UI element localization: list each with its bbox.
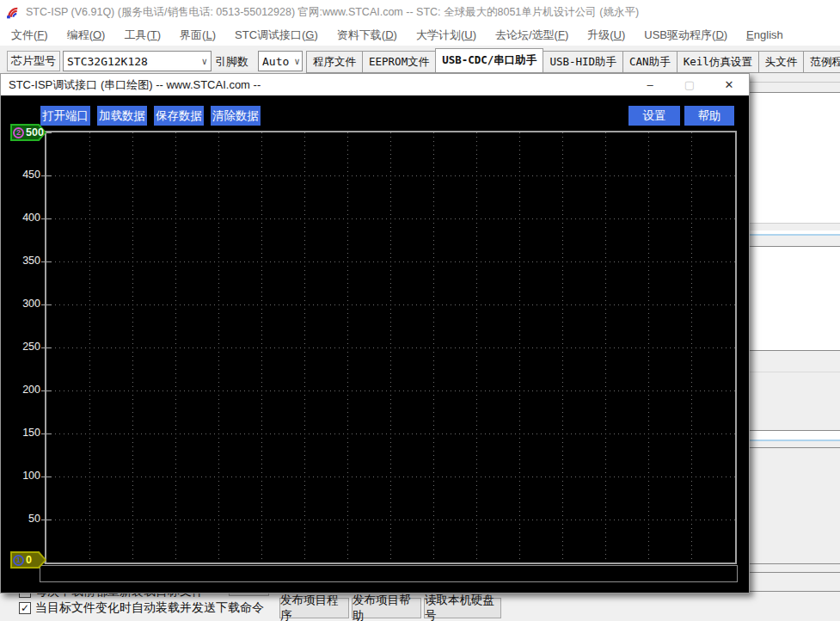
- gridline-vertical: [691, 132, 692, 563]
- gridline-vertical: [476, 132, 477, 563]
- gridline-vertical: [390, 132, 391, 563]
- minimize-icon[interactable]: –: [630, 74, 670, 95]
- toolbar-tab[interactable]: 头文件: [758, 51, 805, 72]
- menu-item[interactable]: USB驱动程序(D): [635, 25, 737, 46]
- y-tick-label: 350: [18, 255, 40, 267]
- autosend-checkbox[interactable]: ✓: [19, 602, 31, 614]
- clear-data-button[interactable]: 清除数据: [211, 106, 261, 126]
- main-tabstrip: 程序文件 EEPROM文件 USB-CDC/串口助手 USB-HID助手 CAN…: [306, 48, 840, 73]
- y-max-value: 500: [26, 126, 44, 138]
- y-tick-label: 450: [18, 169, 40, 181]
- chip-model-button[interactable]: 芯片型号: [7, 51, 60, 71]
- plot-client-area: 打开端口 加载数据 保存数据 清除数据 设置 帮助 50045040035030…: [1, 95, 749, 593]
- y-tick-label: 150: [18, 427, 40, 439]
- toolbar-tab[interactable]: EEPROM文件: [362, 51, 436, 72]
- y-tick-mark: [41, 218, 52, 219]
- y-tick-mark: [41, 175, 52, 176]
- y-tick-label: 300: [18, 298, 40, 310]
- chevron-down-icon: ∨: [289, 56, 300, 67]
- gridline-vertical: [304, 132, 305, 563]
- menu-item[interactable]: 工具(T): [114, 25, 170, 46]
- y-tick-mark: [41, 304, 52, 305]
- gridline-vertical: [519, 132, 520, 563]
- main-titlebar: STC-ISP (V6.91Q) (服务电话/销售电话: 0513-550129…: [0, 0, 840, 24]
- settings-button[interactable]: 设置: [628, 106, 680, 126]
- autosend-checkbox-label: 当目标文件变化时自动装载并发送下载命令: [35, 600, 264, 616]
- gridline-vertical: [562, 132, 563, 563]
- toolbar-tab[interactable]: 范例程序: [803, 51, 840, 72]
- toolbar-tab[interactable]: CAN助手: [622, 51, 678, 72]
- serial-plot-window: STC-ISP调试接口 (串口绘图) -- www.STCAI.com -- –…: [0, 73, 750, 593]
- channel-1-icon: 1: [13, 555, 24, 566]
- y-tick-mark: [41, 433, 52, 434]
- gridline-vertical: [605, 132, 606, 563]
- menu-item[interactable]: 去论坛/选型(F): [486, 25, 578, 46]
- chevron-down-icon: ∨: [196, 56, 207, 67]
- menu-item[interactable]: 资料下载(D): [328, 25, 407, 46]
- main-menubar: 文件(F) 编程(O) 工具(T) 界面(L) STC调试接口(G) 资料下载(…: [0, 24, 840, 46]
- maximize-icon[interactable]: ▢: [670, 74, 709, 95]
- read-disk-id-button[interactable]: 读取本机硬盘号: [424, 598, 501, 618]
- y-tick-label: 100: [18, 470, 40, 482]
- plot-window-controls: – ▢ ✕: [630, 74, 749, 95]
- y-tick-mark: [41, 520, 52, 520]
- gridline-vertical: [648, 132, 649, 563]
- pin-count-value: Auto: [262, 55, 289, 68]
- plot-area[interactable]: [45, 131, 737, 564]
- plot-titlebar[interactable]: STC-ISP调试接口 (串口绘图) -- www.STCAI.com -- –…: [1, 74, 749, 95]
- gridline-vertical: [218, 132, 219, 563]
- checkbox-row-autosend: ✓ 当目标文件变化时自动装载并发送下载命令: [19, 600, 264, 616]
- toolbar-tab[interactable]: USB-CDC/串口助手: [435, 48, 543, 72]
- x-axis-strip[interactable]: [40, 565, 738, 582]
- y-max-marker[interactable]: 2 500: [10, 124, 46, 141]
- app-logo-icon: [6, 5, 21, 20]
- y-tick-label: 250: [18, 341, 40, 353]
- close-icon[interactable]: ✕: [709, 74, 749, 95]
- plot-window-title: STC-ISP调试接口 (串口绘图) -- www.STCAI.com --: [1, 77, 261, 93]
- publish-project-help-button[interactable]: 发布项目帮助: [352, 598, 421, 618]
- y-min-value: 0: [26, 554, 32, 566]
- pin-count-label: 引脚数: [215, 54, 248, 70]
- gridline-vertical: [175, 132, 176, 563]
- y-tick-mark: [41, 477, 52, 477]
- save-data-button[interactable]: 保存数据: [154, 106, 204, 126]
- menu-item[interactable]: 编程(O): [58, 25, 115, 46]
- gridline-vertical: [347, 132, 348, 563]
- chip-model-value: STC32G12K128: [67, 55, 148, 68]
- pin-count-select[interactable]: Auto ∨: [258, 51, 303, 71]
- y-tick-label: 50: [18, 513, 40, 525]
- y-tick-mark: [41, 261, 52, 262]
- y-tick-mark: [41, 390, 52, 391]
- y-tick-label: 400: [18, 212, 40, 224]
- gridline-vertical: [132, 132, 133, 563]
- gridline-vertical: [261, 132, 262, 563]
- toolbar-tab[interactable]: USB-HID助手: [543, 51, 623, 72]
- y-tick-label: 200: [18, 384, 40, 396]
- menu-item[interactable]: 界面(L): [170, 25, 225, 46]
- y-min-marker[interactable]: 1 0: [10, 551, 46, 569]
- main-window-title: STC-ISP (V6.91Q) (服务电话/销售电话: 0513-550129…: [26, 5, 639, 20]
- load-data-button[interactable]: 加载数据: [97, 106, 147, 126]
- y-tick-mark: [41, 347, 52, 348]
- menu-item[interactable]: 升级(U): [578, 25, 635, 46]
- channel-2-icon: 2: [13, 127, 24, 138]
- chip-model-select[interactable]: STC32G12K128 ∨: [63, 51, 212, 71]
- help-button[interactable]: 帮助: [684, 106, 734, 126]
- menu-item[interactable]: 文件(F): [2, 25, 58, 46]
- menu-item[interactable]: 大学计划(U): [407, 25, 486, 46]
- main-toolbar: 芯片型号 STC32G12K128 ∨ 引脚数 Auto ∨ 程序文件 EEPR…: [0, 46, 840, 73]
- menu-item[interactable]: STC调试接口(G): [225, 25, 328, 46]
- toolbar-tab[interactable]: 程序文件: [306, 51, 363, 72]
- open-port-button[interactable]: 打开端口: [40, 106, 90, 126]
- gridline-vertical: [433, 132, 434, 563]
- plot-grid: [46, 132, 735, 563]
- toolbar-tab[interactable]: Keil仿真设置: [677, 51, 759, 72]
- publish-project-program-button[interactable]: 发布项目程序: [279, 598, 349, 618]
- menu-item[interactable]: English: [737, 26, 793, 44]
- gridline-vertical: [89, 132, 90, 563]
